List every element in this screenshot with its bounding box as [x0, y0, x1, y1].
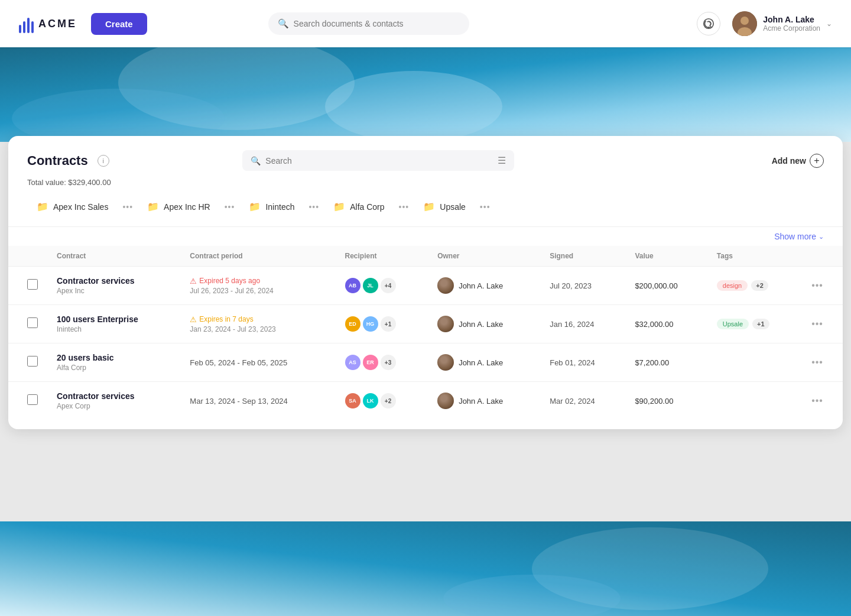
tag-plus: +2: [751, 280, 768, 291]
global-search-input[interactable]: [294, 19, 460, 28]
folder-menu-inintech[interactable]: •••: [304, 202, 324, 212]
value-amount: $90,200.00: [635, 397, 673, 406]
period-status: Expired 5 days ago: [199, 277, 260, 285]
table-row: Contractor services Apex Inc ⚠ Expired 5…: [8, 267, 843, 305]
folder-upsale[interactable]: 📁 Upsale: [414, 196, 475, 217]
recipient-cell: ED HG +1: [336, 305, 428, 343]
contract-name-cell: 20 users basic Alfa Corp: [47, 343, 180, 382]
th-signed: Signed: [540, 246, 625, 267]
row-checkbox[interactable]: [27, 317, 38, 328]
recipients: AS ER +3: [345, 355, 419, 370]
value-amount: $7,200.00: [635, 358, 669, 367]
create-button[interactable]: Create: [91, 13, 147, 35]
show-more-label: Show more: [774, 232, 816, 241]
row-menu[interactable]: •••: [811, 357, 823, 367]
total-value: Total value: $329,400.00: [8, 178, 843, 196]
folder-alfa-corp[interactable]: 📁 Alfa Corp: [324, 196, 394, 217]
row-checkbox[interactable]: [27, 279, 38, 290]
owner: John A. Lake: [437, 277, 531, 294]
tag-plus: +1: [752, 319, 769, 329]
recipient-badge: ER: [363, 355, 378, 370]
recipient-badge: JL: [363, 278, 378, 293]
info-icon[interactable]: i: [98, 155, 109, 167]
value-amount: $200,000.00: [635, 281, 677, 290]
signed-date: Jul 20, 2023: [550, 281, 592, 290]
table-row: Contractor services Apex Corp Mar 13, 20…: [8, 382, 843, 420]
value-cell: $90,200.00: [625, 382, 707, 420]
contracts-title: Contracts: [27, 153, 88, 168]
recipient-cell: SA LK +2: [336, 382, 428, 420]
recipients: AB JL +4: [345, 278, 419, 293]
contract-period-cell: ⚠ Expired 5 days ago Jul 26, 2023 - Jul …: [180, 267, 335, 305]
recipient-badge: AB: [345, 278, 360, 293]
row-menu[interactable]: •••: [811, 319, 823, 329]
owner-name: John A. Lake: [459, 281, 503, 290]
owner-cell: John A. Lake: [428, 305, 540, 343]
contracts-search-input[interactable]: [265, 156, 493, 166]
contracts-header: Contracts i 🔍 ☰ Add new +: [8, 136, 843, 178]
th-recipient: Recipient: [336, 246, 428, 267]
folder-menu-upsale[interactable]: •••: [475, 202, 495, 212]
folder-icon: 📁: [37, 201, 48, 212]
period-top: ⚠ Expires in 7 days: [190, 315, 326, 324]
contract-company: Apex Corp: [57, 402, 171, 410]
contract-name: Contractor services: [57, 391, 171, 401]
folder-menu-alfa-corp[interactable]: •••: [394, 202, 414, 212]
signed-cell: Jul 20, 2023: [540, 267, 625, 305]
recipient-badge: ED: [345, 316, 360, 332]
folder-menu-apex-sales[interactable]: •••: [118, 202, 138, 212]
add-new-button[interactable]: Add new +: [772, 154, 824, 168]
row-menu[interactable]: •••: [811, 280, 823, 290]
filter-icon[interactable]: ☰: [498, 155, 506, 166]
th-contract: Contract: [47, 246, 180, 267]
recipients-plus: +1: [381, 316, 396, 332]
chevron-down-icon: ⌄: [826, 20, 832, 28]
period-row: ⚠ Expired 5 days ago Jul 26, 2023 - Jul …: [190, 277, 326, 295]
user-profile[interactable]: John A. Lake Acme Corporation ⌄: [732, 11, 832, 36]
tags-cell: [707, 382, 802, 420]
contract-name-cell: Contractor services Apex Inc: [47, 267, 180, 305]
table-row: 20 users basic Alfa Corp Feb 05, 2024 - …: [8, 343, 843, 382]
avatar-image: [732, 11, 757, 36]
background-image-bottom: [0, 521, 851, 616]
chevron-down-icon: ⌄: [818, 233, 824, 241]
show-more-button[interactable]: Show more ⌄: [774, 232, 824, 241]
folder-icon: 📁: [423, 201, 435, 212]
value-cell: $32,000.00: [625, 305, 707, 343]
owner-cell: John A. Lake: [428, 343, 540, 382]
warning-icon: ⚠: [190, 277, 197, 286]
folder-apex-inc-hr[interactable]: 📁 Apex Inc HR: [138, 196, 220, 217]
row-checkbox-cell: [8, 305, 47, 343]
period-row: ⚠ Expires in 7 days Jan 23, 2024 - Jul 2…: [190, 315, 326, 333]
global-search-bar: 🔍: [268, 12, 469, 35]
owner: John A. Lake: [437, 316, 531, 332]
tags-cell: [707, 343, 802, 382]
recipient-badge: HG: [363, 316, 378, 332]
folder-apex-inc-sales[interactable]: 📁 Apex Inc Sales: [27, 196, 118, 217]
owner-avatar: [437, 277, 454, 294]
contract-name: 20 users basic: [57, 353, 171, 362]
contract-period-cell: Feb 05, 2024 - Feb 05, 2025: [180, 343, 335, 382]
contract-name-cell: 100 users Enterprise Inintech: [47, 305, 180, 343]
tags-cell: design +2: [707, 267, 802, 305]
period-dates: Jul 26, 2023 - Jul 26, 2024: [190, 287, 326, 295]
contract-company: Alfa Corp: [57, 364, 171, 372]
signed-cell: Mar 02, 2024: [540, 382, 625, 420]
row-checkbox[interactable]: [27, 394, 38, 405]
period-top: ⚠ Expired 5 days ago: [190, 277, 326, 286]
contracts-table: Contract Contract period Recipient Owner…: [8, 246, 843, 420]
contract-name: 100 users Enterprise: [57, 315, 171, 324]
folder-inintech[interactable]: 📁 Inintech: [239, 196, 304, 217]
row-menu[interactable]: •••: [811, 395, 823, 406]
recipient-badge: LK: [363, 393, 378, 408]
recipient-cell: AS ER +3: [336, 343, 428, 382]
logo-text: ACME: [38, 18, 77, 30]
th-tags: Tags: [707, 246, 802, 267]
folder-menu-apex-hr[interactable]: •••: [220, 202, 240, 212]
row-checkbox[interactable]: [27, 356, 38, 367]
row-menu-cell: •••: [802, 305, 843, 343]
logo-icon: [19, 14, 34, 33]
user-info: John A. Lake Acme Corporation: [763, 15, 820, 33]
owner-avatar: [437, 316, 454, 332]
support-button[interactable]: [697, 12, 720, 35]
